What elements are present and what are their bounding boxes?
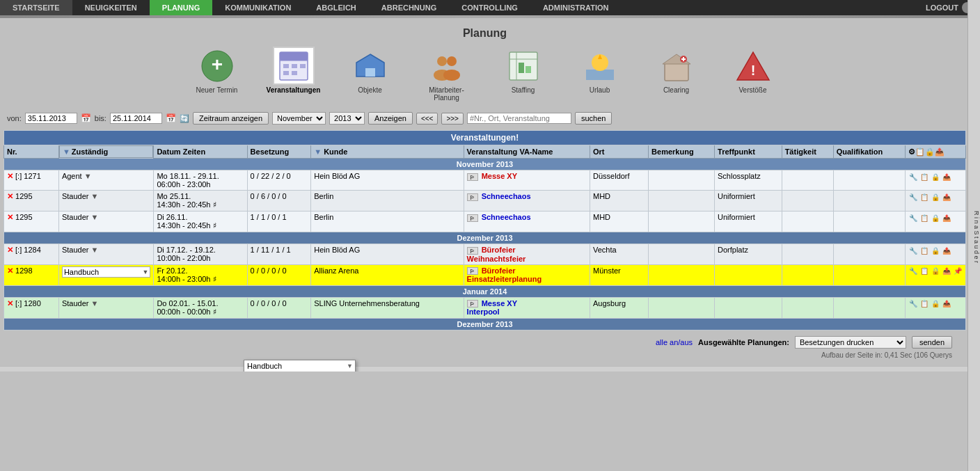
nav-abgleich[interactable]: ABGLEICH xyxy=(303,0,368,15)
extra-icon[interactable]: 📌 xyxy=(953,266,963,276)
export-icon[interactable]: 📤 xyxy=(942,266,951,276)
filter-icon[interactable]: ▼ xyxy=(63,147,70,156)
table-row: ✕ 1295 Stauder ▼ Di 26.11.14:30h - 20:45… xyxy=(4,211,966,232)
va-name-link[interactable]: Messe XY xyxy=(482,172,517,180)
svg-rect-9 xyxy=(292,71,297,75)
edit-icon[interactable]: 🔧 xyxy=(908,172,918,182)
nav-administration[interactable]: ADMINISTRATION xyxy=(530,0,622,15)
edit-icon[interactable]: 🔧 xyxy=(908,266,918,276)
month-header-dez: Dezember 2013 xyxy=(4,232,966,244)
delete-icon[interactable]: ✕ xyxy=(7,246,13,254)
nav-kommunikation[interactable]: KOMMUNIKATION xyxy=(212,0,303,15)
va-name-link[interactable]: Schneechaos xyxy=(482,192,531,200)
col-taetigkeit: Tätigkeit xyxy=(782,145,833,159)
dropdown-close-arrow[interactable]: ▼ xyxy=(345,362,354,369)
prev-button[interactable]: <<< xyxy=(416,113,438,125)
bis-calendar-icon[interactable]: 📅 xyxy=(166,113,176,123)
zustaendig-dropdown-arrow[interactable]: ▼ xyxy=(84,172,92,180)
export-icon[interactable]: 📤 xyxy=(942,213,951,223)
svg-text:!: ! xyxy=(750,63,755,78)
edit-icon[interactable]: 🔧 xyxy=(908,299,918,309)
search-button[interactable]: suchen xyxy=(575,112,612,125)
row-datum: Mo 25.11.14:30h - 20:45h ♯ xyxy=(154,191,247,211)
delete-icon[interactable]: ✕ xyxy=(7,172,13,180)
bottom-scrollbar[interactable] xyxy=(0,366,980,372)
action-select[interactable]: Besetzungen drucken xyxy=(795,336,906,349)
page-title: Planung xyxy=(3,27,966,40)
export-icon[interactable]: 📤 xyxy=(942,299,951,309)
zeitraum-button[interactable]: Zeitraum anzeigen xyxy=(193,112,269,125)
edit-icon[interactable]: 🔧 xyxy=(908,192,918,202)
nav-startseite[interactable]: STARTSEITE xyxy=(0,0,72,15)
edit-icon[interactable]: 🔧 xyxy=(908,246,918,255)
dropdown-search-input[interactable] xyxy=(245,361,345,371)
zustaendig-dropdown-arrow[interactable]: ▼ xyxy=(90,213,98,221)
zustaendig-dropdown-arrow[interactable]: ▼ xyxy=(90,192,98,200)
icon-staffing[interactable]: Staffing xyxy=(496,47,551,102)
nav-abrechnung[interactable]: ABRECHNUNG xyxy=(369,0,449,15)
export-icon[interactable]: 📤 xyxy=(942,192,951,202)
icon-mitarbeiter-planung[interactable]: Mitarbeiter-Planung xyxy=(419,47,475,102)
copy-icon[interactable]: 📋 xyxy=(919,172,929,182)
icon-veranstaltungen[interactable]: Veranstaltungen xyxy=(266,47,322,102)
kunden-filter-icon[interactable]: ▼ xyxy=(314,147,322,156)
flag-icon: 🏳 xyxy=(467,214,478,222)
col-besetzung: Besetzung xyxy=(247,145,311,159)
copy-icon[interactable]: 📋 xyxy=(919,213,929,223)
va-name-link[interactable]: BürofeierEinsatzleiterplanung xyxy=(467,266,542,284)
nav-neuigkeiten[interactable]: NEUIGKEITEN xyxy=(72,0,150,15)
search-input[interactable] xyxy=(467,113,571,124)
row-datum: Di 17.12. - 19.12.10:00h - 22:00h xyxy=(154,244,247,265)
lock-icon[interactable]: 🔒 xyxy=(931,299,940,309)
lock-icon[interactable]: 🔒 xyxy=(931,246,940,255)
delete-icon[interactable]: ✕ xyxy=(7,192,13,200)
table-row: ✕ [:] 1271 Agent ▼ Mo 18.11. - 29.11.06:… xyxy=(4,170,966,191)
bis-input[interactable] xyxy=(110,113,162,124)
von-input[interactable] xyxy=(25,113,77,124)
delete-icon[interactable]: ✕ xyxy=(7,299,13,308)
copy-icon[interactable]: 📋 xyxy=(919,192,929,202)
row-kunde: Allianz Arena xyxy=(311,264,464,285)
year-select[interactable]: 2013 2014 2012 xyxy=(329,112,365,125)
export-icon[interactable]: 📤 xyxy=(942,172,951,182)
anzeigen-button[interactable]: Anzeigen xyxy=(368,112,413,125)
icon-verstoesse[interactable]: ! Verstöße xyxy=(725,47,781,102)
clearing-icon xyxy=(656,47,697,85)
delete-icon[interactable]: ✕ xyxy=(7,266,13,275)
lock-icon[interactable]: 🔒 xyxy=(931,266,940,276)
verstoesse-label: Verstöße xyxy=(738,86,766,94)
edit-icon[interactable]: 🔧 xyxy=(908,213,918,223)
senden-button[interactable]: senden xyxy=(912,336,952,349)
col-actions: ⚙📋🔒📤 xyxy=(906,145,966,159)
row-va-name: 🏳 Schneechaos xyxy=(464,191,590,211)
copy-icon[interactable]: 📋 xyxy=(919,246,929,255)
icon-urlaub[interactable]: Urlaub xyxy=(572,47,628,102)
row-bemerkung xyxy=(649,264,715,285)
month-select[interactable]: November Oktober Dezember xyxy=(272,112,326,125)
zustaendig-dropdown-arrow[interactable]: ▼ xyxy=(143,269,149,276)
copy-icon[interactable]: 📋 xyxy=(919,266,929,276)
nav-controlling[interactable]: CONTROLLING xyxy=(449,0,530,15)
svg-rect-6 xyxy=(292,64,297,68)
icon-neuer-termin[interactable]: + Neuer Termin xyxy=(189,47,245,102)
icon-objekte[interactable]: Objekte xyxy=(342,47,398,102)
alle-an-aus-link[interactable]: alle an/aus xyxy=(656,338,693,346)
delete-icon[interactable]: ✕ xyxy=(7,213,13,221)
copy-icon[interactable]: 📋 xyxy=(919,299,929,309)
row-taetigkeit xyxy=(782,244,833,265)
zustaendig-dropdown-arrow[interactable]: ▼ xyxy=(90,246,98,254)
lock-icon[interactable]: 🔒 xyxy=(931,172,940,182)
row-zustaendig: Stauder ▼ xyxy=(58,211,154,232)
nav-planung[interactable]: PLANUNG xyxy=(150,0,212,15)
next-button[interactable]: >>> xyxy=(441,113,464,125)
row-va-name: 🏳 BürofeierEinsatzleiterplanung xyxy=(464,264,590,285)
zustaendig-dropdown-arrow[interactable]: ▼ xyxy=(90,299,98,308)
lock-icon[interactable]: 🔒 xyxy=(931,192,940,202)
export-icon[interactable]: 📤 xyxy=(942,246,951,255)
icon-clearing[interactable]: Clearing xyxy=(649,47,704,102)
lock-icon[interactable]: 🔒 xyxy=(931,213,940,223)
svg-rect-7 xyxy=(300,64,306,68)
von-calendar-icon[interactable]: 📅 xyxy=(81,113,91,123)
va-name-link[interactable]: Schneechaos xyxy=(482,213,531,221)
refresh-icon[interactable]: 🔄 xyxy=(180,114,189,123)
